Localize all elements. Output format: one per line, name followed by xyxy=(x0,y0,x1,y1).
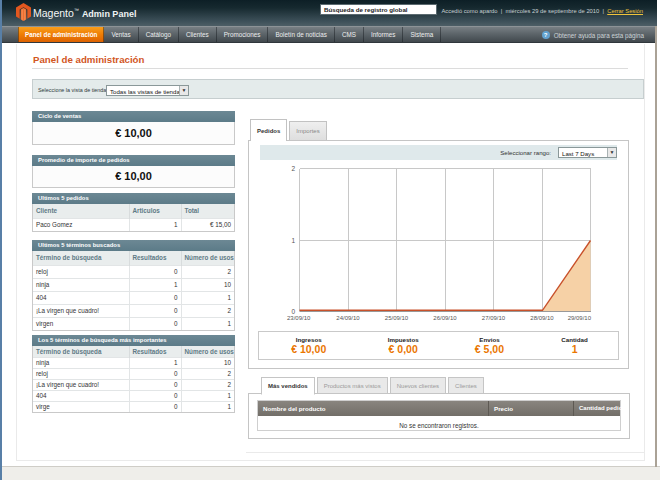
svg-text:28/09/10: 28/09/10 xyxy=(530,315,554,321)
svg-text:27/09/10: 27/09/10 xyxy=(482,315,506,321)
svg-text:1: 1 xyxy=(291,237,295,244)
svg-text:23/09/10: 23/09/10 xyxy=(287,315,311,321)
svg-text:0: 0 xyxy=(291,308,295,315)
svg-text:29/09/10: 29/09/10 xyxy=(568,315,592,321)
svg-text:26/09/10: 26/09/10 xyxy=(433,315,457,321)
svg-text:24/09/10: 24/09/10 xyxy=(336,315,360,321)
svg-text:25/09/10: 25/09/10 xyxy=(385,315,409,321)
svg-text:2: 2 xyxy=(291,165,295,172)
